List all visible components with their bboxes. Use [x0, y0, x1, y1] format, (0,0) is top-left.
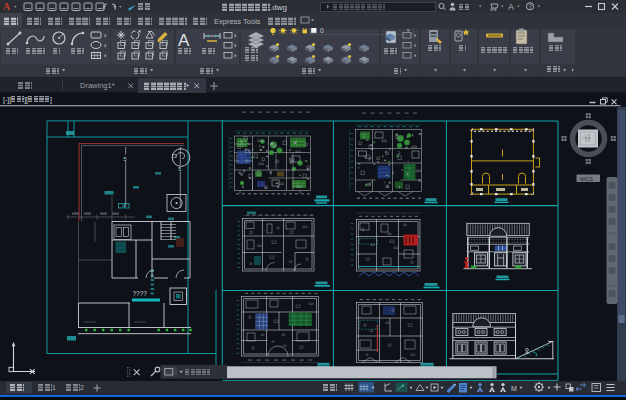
- svg-text:WCS: WCS: [580, 176, 593, 182]
- svg-text:5: 5: [178, 166, 181, 172]
- svg-text:5: 5: [124, 156, 127, 162]
- svg-text:?: ?: [528, 3, 532, 10]
- svg-text:A: A: [3, 1, 11, 12]
- svg-text:????: ????: [133, 290, 148, 297]
- svg-text:M: M: [511, 385, 517, 392]
- svg-text:A: A: [508, 2, 514, 12]
- svg-text:0: 0: [320, 28, 324, 34]
